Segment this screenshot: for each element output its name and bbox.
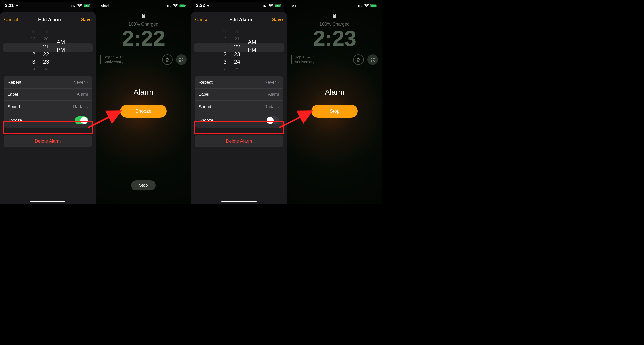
svg-point-3 bbox=[72, 5, 72, 6]
home-indicator[interactable] bbox=[30, 201, 65, 202]
svg-rect-21 bbox=[179, 58, 181, 59]
status-bar: Airtel bbox=[287, 0, 382, 11]
repeat-label: Repeat bbox=[8, 80, 21, 85]
settings-list: Repeat Never› Label Alarm Sound Radar› S… bbox=[4, 76, 92, 128]
svg-rect-16 bbox=[185, 5, 186, 6]
svg-rect-22 bbox=[182, 58, 183, 59]
lock-icon bbox=[333, 14, 336, 19]
qr-widget-icon bbox=[176, 54, 187, 65]
ampm-wheel[interactable]: AM PM bbox=[248, 26, 256, 70]
svg-rect-47 bbox=[373, 58, 375, 59]
location-icon bbox=[206, 4, 210, 7]
hour-wheel[interactable]: 11 12 1 2 3 4 5 bbox=[31, 26, 35, 70]
lock-clock: 2:23 bbox=[287, 26, 382, 51]
stop-button[interactable]: Stop bbox=[311, 105, 358, 118]
svg-point-12 bbox=[167, 5, 168, 6]
label-row[interactable]: Label Alarm bbox=[195, 89, 283, 101]
svg-point-28 bbox=[265, 6, 266, 7]
hour-wheel[interactable]: 11 12 1 2 3 4 5 bbox=[222, 26, 227, 70]
sound-value: Radar bbox=[73, 104, 85, 109]
snooze-row[interactable]: Snooze bbox=[195, 113, 283, 128]
svg-rect-46 bbox=[371, 58, 372, 59]
svg-rect-49 bbox=[373, 60, 374, 61]
svg-point-9 bbox=[167, 6, 168, 7]
svg-point-0 bbox=[72, 6, 72, 7]
svg-point-36 bbox=[361, 6, 362, 7]
label-value: Alarm bbox=[77, 92, 88, 97]
nav-bar: Cancel Edit Alarm Save bbox=[0, 15, 96, 26]
stop-button-small[interactable]: Stop bbox=[131, 180, 156, 190]
ampm-wheel[interactable]: AM PM bbox=[57, 26, 65, 70]
date-widget: Sep 13 – 14 Anniversary bbox=[100, 55, 124, 64]
alarm-title: Alarm bbox=[96, 88, 191, 96]
sheet-title: Edit Alarm bbox=[229, 17, 252, 22]
panel-edit-snoozeoff: 2:22 Cancel Edit Alarm Save bbox=[191, 0, 287, 204]
snooze-row[interactable]: Snooze bbox=[4, 113, 92, 128]
panel-lock-snooze: Airtel 100% Charged 2:22 Sep 13 – 14 bbox=[96, 0, 191, 204]
svg-point-2 bbox=[74, 6, 75, 7]
svg-point-29 bbox=[263, 5, 264, 6]
minute-wheel[interactable]: 19 20 21 22 23 24 25 bbox=[43, 26, 49, 70]
qr-widget-icon bbox=[367, 54, 378, 65]
home-indicator[interactable] bbox=[221, 201, 257, 202]
snooze-toggle[interactable] bbox=[75, 116, 88, 124]
svg-point-38 bbox=[360, 5, 360, 6]
time-picker[interactable]: 11 12 1 2 3 4 5 20 21 22 23 24 25 26 bbox=[191, 26, 287, 70]
svg-point-1 bbox=[73, 6, 74, 7]
status-time: 2:21 bbox=[5, 3, 14, 8]
repeat-row[interactable]: Repeat Never› bbox=[4, 76, 92, 89]
signal-icon bbox=[167, 4, 172, 7]
status-bar: 2:21 bbox=[0, 0, 96, 11]
label-label: Label bbox=[8, 92, 18, 97]
svg-rect-42 bbox=[333, 15, 336, 18]
cancel-button[interactable]: Cancel bbox=[4, 17, 18, 22]
sound-value: Radar bbox=[264, 104, 276, 109]
svg-point-27 bbox=[264, 6, 265, 7]
signal-icon bbox=[263, 4, 267, 7]
snooze-button[interactable]: Snooze bbox=[120, 105, 167, 118]
repeat-value: Never bbox=[265, 80, 276, 85]
watch-widget-icon bbox=[353, 54, 364, 65]
svg-point-13 bbox=[169, 5, 169, 6]
svg-rect-48 bbox=[371, 60, 372, 62]
nav-bar: Cancel Edit Alarm Save bbox=[191, 15, 287, 26]
svg-point-45 bbox=[357, 59, 360, 61]
svg-rect-33 bbox=[281, 5, 281, 6]
snooze-toggle[interactable] bbox=[266, 116, 279, 124]
svg-rect-24 bbox=[182, 60, 183, 61]
label-label: Label bbox=[199, 92, 209, 97]
wifi-icon bbox=[173, 4, 178, 7]
carrier-name: Airtel bbox=[292, 4, 300, 8]
label-row[interactable]: Label Alarm bbox=[4, 89, 92, 101]
delete-alarm-button[interactable]: Delete Alarm bbox=[195, 135, 283, 147]
chevron-right-icon: › bbox=[277, 104, 279, 110]
svg-rect-50 bbox=[374, 61, 375, 62]
location-icon bbox=[15, 4, 19, 7]
cancel-button[interactable]: Cancel bbox=[195, 17, 209, 22]
date-widget: Sep 13 – 14 Anniversary bbox=[291, 55, 315, 64]
sound-row[interactable]: Sound Radar› bbox=[195, 101, 283, 113]
svg-rect-17 bbox=[142, 15, 145, 18]
svg-point-26 bbox=[263, 6, 264, 7]
sound-row[interactable]: Sound Radar› bbox=[4, 101, 92, 113]
svg-rect-23 bbox=[179, 60, 181, 62]
alarm-title: Alarm bbox=[287, 88, 382, 96]
wifi-icon bbox=[364, 4, 369, 7]
svg-point-20 bbox=[166, 59, 169, 61]
save-button[interactable]: Save bbox=[81, 17, 92, 22]
svg-point-34 bbox=[358, 6, 359, 7]
battery-icon bbox=[370, 4, 377, 7]
repeat-label: Repeat bbox=[199, 80, 213, 85]
sound-label: Sound bbox=[199, 104, 211, 109]
time-picker[interactable]: 11 12 1 2 3 4 5 19 20 21 22 23 24 25 bbox=[0, 26, 96, 70]
save-button[interactable]: Save bbox=[272, 17, 283, 22]
minute-wheel[interactable]: 20 21 22 23 24 25 26 bbox=[234, 26, 240, 70]
panel-edit-snoozeon: 2:21 Cancel Edit Alarm Save bbox=[0, 0, 96, 204]
svg-rect-8 bbox=[90, 5, 90, 6]
wifi-icon bbox=[77, 4, 82, 7]
wifi-icon bbox=[269, 4, 273, 7]
chevron-right-icon: › bbox=[277, 79, 279, 85]
delete-alarm-button[interactable]: Delete Alarm bbox=[4, 135, 92, 147]
repeat-row[interactable]: Repeat Never› bbox=[195, 76, 283, 89]
status-time: 2:22 bbox=[196, 3, 205, 8]
